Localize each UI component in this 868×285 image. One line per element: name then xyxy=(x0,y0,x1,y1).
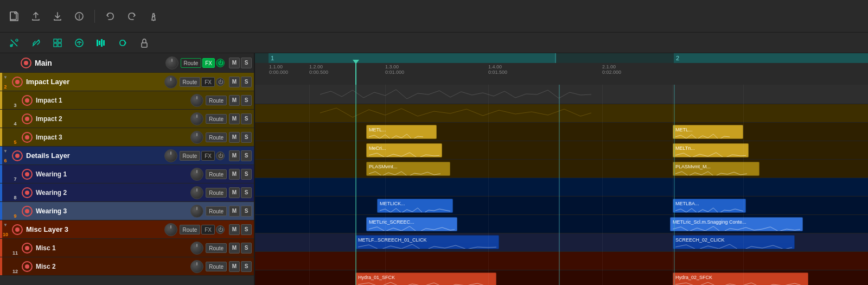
undo-button[interactable] xyxy=(101,8,119,25)
clip-wearing3-a[interactable]: METLF...SCREECH_01_CLICK xyxy=(355,235,499,249)
misc-group-knob[interactable] xyxy=(164,223,177,236)
pattern-button[interactable] xyxy=(92,35,110,50)
impact-group-knob[interactable] xyxy=(164,75,177,88)
misc1-s-btn[interactable]: S xyxy=(241,243,252,254)
impact3-s-btn[interactable]: S xyxy=(241,132,252,143)
details-group-knob[interactable] xyxy=(164,149,177,162)
master-knob[interactable] xyxy=(165,56,178,69)
impact-group-fx-btn[interactable]: FX xyxy=(201,77,215,87)
master-fx-btn[interactable]: FX xyxy=(202,58,215,68)
misc-group-s-btn[interactable]: S xyxy=(241,224,252,235)
download-button[interactable] xyxy=(49,8,66,25)
details-group-power-btn[interactable]: ⏻ xyxy=(216,151,225,160)
misc2-s-btn[interactable]: S xyxy=(241,261,252,272)
clip-impact1-b[interactable]: METL... xyxy=(673,125,743,139)
impact1-route-btn[interactable]: Route xyxy=(206,96,227,105)
misc1-knob[interactable] xyxy=(190,242,203,255)
timeline-misc-group-row xyxy=(255,252,868,270)
clip-impact2-b[interactable]: MELTn... xyxy=(673,143,749,157)
impact-group-ms: M S xyxy=(229,77,252,87)
wearing2-icon xyxy=(22,187,33,198)
impact3-route-btn[interactable]: Route xyxy=(206,132,227,142)
clip-impact3-b[interactable]: PLASMvmt_M... xyxy=(673,162,760,176)
loop-button[interactable] xyxy=(114,35,131,50)
new-button[interactable] xyxy=(5,8,23,25)
misc-group-route-btn[interactable]: Route xyxy=(180,225,201,235)
clip-impact2-a[interactable]: MeCri... xyxy=(366,143,442,157)
master-m-btn[interactable]: M xyxy=(229,58,240,68)
impact-group-s-btn[interactable]: S xyxy=(241,77,252,87)
impact2-m-btn[interactable]: M xyxy=(229,113,240,124)
master-s-btn[interactable]: S xyxy=(241,58,252,68)
wearing2-knob[interactable] xyxy=(190,186,203,199)
impact-collapse-arrow[interactable]: ▼ xyxy=(3,75,8,80)
details-group-fx-btn[interactable]: FX xyxy=(201,151,215,161)
impact2-route-btn[interactable]: Route xyxy=(206,114,227,124)
redo-button[interactable] xyxy=(123,8,141,25)
details-group-s-btn[interactable]: S xyxy=(241,150,252,161)
cut-tool[interactable] xyxy=(5,35,23,50)
details-collapse-arrow[interactable]: ▼ xyxy=(3,149,8,154)
misc1-route-btn[interactable]: Route xyxy=(206,243,227,253)
impact-group-power-btn[interactable]: ⏻ xyxy=(216,78,225,86)
track-impact1: 3 Impact 1 Route M S xyxy=(0,91,254,110)
misc2-route-btn[interactable]: Route xyxy=(206,262,227,271)
wearing1-route-btn[interactable]: Route xyxy=(206,169,227,179)
svg-rect-13 xyxy=(54,43,57,47)
wearing2-m-btn[interactable]: M xyxy=(229,187,240,198)
impact2-knob[interactable] xyxy=(190,112,203,125)
clip-impact3-a[interactable]: PLASMvmt... xyxy=(366,162,450,176)
wearing2-ms: M S xyxy=(229,187,252,198)
clip-misc1-b[interactable]: Hydra_02_SFCK xyxy=(673,273,808,285)
master-route-btn[interactable]: Route xyxy=(181,58,202,68)
misc-group-fx-btn[interactable]: FX xyxy=(201,225,215,235)
impact-group-route-btn[interactable]: Route xyxy=(180,77,201,87)
impact-group-m-btn[interactable]: M xyxy=(229,77,240,87)
impact1-m-btn[interactable]: M xyxy=(229,95,240,106)
details-group-route-btn[interactable]: Route xyxy=(180,151,201,161)
wearing3-s-btn[interactable]: S xyxy=(241,206,252,217)
impact3-knob[interactable] xyxy=(190,131,203,144)
wearing2-s-btn[interactable]: S xyxy=(241,187,252,198)
impact2-s-btn[interactable]: S xyxy=(241,113,252,124)
impact1-knob[interactable] xyxy=(190,94,203,107)
clip-wearing1-a[interactable]: METLICK... xyxy=(377,199,453,213)
details-group-name: Details Layer xyxy=(23,151,164,160)
wearing3-knob[interactable] xyxy=(190,205,203,218)
master-name: Main xyxy=(31,59,165,67)
lock-button[interactable] xyxy=(136,35,153,50)
add-track-button[interactable] xyxy=(71,35,88,50)
impact1-s-btn[interactable]: S xyxy=(241,95,252,106)
details-group-m-btn[interactable]: M xyxy=(229,150,240,161)
upload-button[interactable] xyxy=(27,8,44,25)
metronome-button[interactable] xyxy=(145,8,162,25)
misc2-icon xyxy=(22,261,33,272)
wearing2-route-btn[interactable]: Route xyxy=(206,188,227,198)
info-button[interactable]: i xyxy=(71,8,88,25)
clip-impact1-a[interactable]: METL... xyxy=(366,125,437,139)
clip-wearing3-b[interactable]: SCREECH_02_CLICK xyxy=(673,235,795,249)
grid-view-button[interactable] xyxy=(49,35,66,50)
misc-group-m-btn[interactable]: M xyxy=(229,224,240,235)
playhead[interactable] xyxy=(355,63,356,85)
wearing1-knob[interactable] xyxy=(190,168,203,181)
master-power-btn[interactable]: ⏻ xyxy=(216,59,225,67)
wearing3-m-btn[interactable]: M xyxy=(229,206,240,217)
misc-group-power-btn[interactable]: ⏻ xyxy=(216,225,225,234)
misc1-m-btn[interactable]: M xyxy=(229,243,240,254)
clip-wearing2-b[interactable]: METLric_Scl.m.Snagging Conte... xyxy=(670,217,803,231)
clip-wearing2-a[interactable]: METLric_SCREEC... xyxy=(366,217,457,231)
clip-wearing1-b[interactable]: METLBA... xyxy=(673,199,746,213)
misc2-m-btn[interactable]: M xyxy=(229,261,240,272)
misc2-knob[interactable] xyxy=(190,260,203,273)
toolbar2 xyxy=(0,33,868,53)
timeline-panel[interactable]: 120 1 2 xyxy=(255,53,868,285)
clip-misc1-a[interactable]: Hydra_01_SFCK xyxy=(355,273,496,285)
misc-collapse-arrow[interactable]: ▼ xyxy=(3,223,8,227)
wearing1-m-btn[interactable]: M xyxy=(229,169,240,180)
link-tool[interactable] xyxy=(27,35,44,50)
track-wearing1: 7 Wearing 1 Route M S xyxy=(0,165,254,183)
wearing3-route-btn[interactable]: Route xyxy=(206,206,227,216)
wearing1-s-btn[interactable]: S xyxy=(241,169,252,180)
impact3-m-btn[interactable]: M xyxy=(229,132,240,143)
